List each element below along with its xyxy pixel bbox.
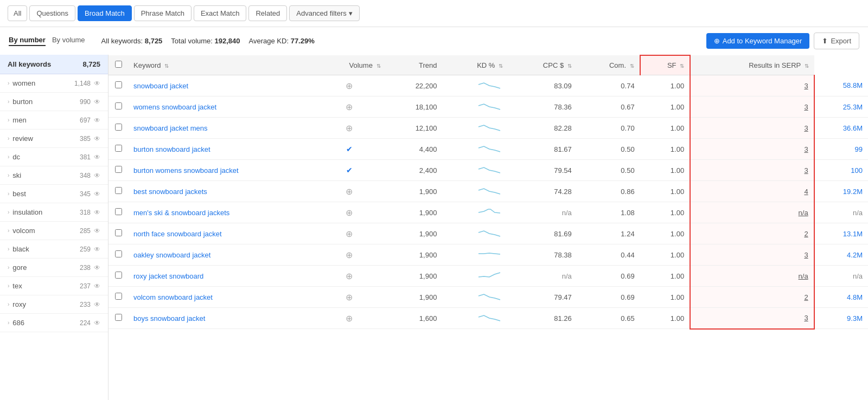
- keyword-link[interactable]: snowboard jacket: [133, 82, 188, 90]
- add-keyword-icon[interactable]: ⊕: [346, 250, 353, 260]
- eye-icon[interactable]: 👁: [94, 80, 100, 87]
- keyword-header[interactable]: Keyword ⇅: [128, 55, 312, 75]
- results-link[interactable]: 99: [855, 145, 863, 153]
- eye-icon[interactable]: 👁: [94, 98, 100, 106]
- row-checkbox[interactable]: [115, 314, 122, 321]
- row-checkbox[interactable]: [115, 208, 122, 215]
- sort-by-volume[interactable]: By volume: [52, 36, 85, 46]
- add-keyword-icon[interactable]: ⊕: [346, 229, 353, 238]
- results-link[interactable]: 13.1M: [843, 230, 863, 238]
- sf-value[interactable]: 4: [804, 188, 808, 196]
- results-link[interactable]: 19.2M: [843, 188, 863, 196]
- eye-icon[interactable]: 👁: [94, 301, 100, 308]
- results-link[interactable]: 4.2M: [847, 251, 863, 259]
- eye-icon[interactable]: 👁: [94, 190, 100, 198]
- results-link[interactable]: 58.8M: [843, 81, 863, 89]
- select-all-checkbox[interactable]: [115, 61, 122, 68]
- filter-broad-match-button[interactable]: Broad Match: [78, 5, 132, 21]
- eye-icon[interactable]: 👁: [94, 117, 100, 124]
- filter-phrase-match-button[interactable]: Phrase Match: [134, 5, 192, 21]
- sidebar-item[interactable]: › tex 237 👁: [0, 277, 108, 295]
- row-checkbox[interactable]: [115, 187, 122, 194]
- sidebar-item[interactable]: › men 697 👁: [0, 111, 108, 130]
- row-checkbox[interactable]: [115, 293, 122, 300]
- add-keyword-icon[interactable]: ⊕: [346, 102, 353, 112]
- keyword-link[interactable]: best snowboard jackets: [133, 188, 207, 196]
- row-checkbox[interactable]: [115, 81, 122, 88]
- keyword-link[interactable]: north face snowboard jacket: [133, 230, 222, 238]
- row-checkbox[interactable]: [115, 166, 122, 173]
- add-keyword-icon[interactable]: ⊕: [346, 124, 353, 133]
- sf-value[interactable]: 3: [804, 124, 808, 132]
- sf-value[interactable]: 2: [804, 293, 808, 301]
- keyword-link[interactable]: boys snowboard jacket: [133, 314, 205, 322]
- sidebar-item[interactable]: › volcom 285 👁: [0, 222, 108, 240]
- sf-value[interactable]: 2: [804, 230, 808, 238]
- add-to-keyword-manager-button[interactable]: ⊕ Add to Keyword Manager: [706, 33, 810, 49]
- add-keyword-icon[interactable]: ⊕: [346, 314, 353, 323]
- sf-header[interactable]: SF ⇅: [640, 55, 691, 75]
- sf-value[interactable]: 3: [804, 251, 808, 259]
- sidebar-item[interactable]: › black 259 👁: [0, 240, 108, 259]
- keyword-link[interactable]: roxy jacket snowboard: [133, 272, 203, 280]
- sidebar-item[interactable]: › women 1,148 👁: [0, 74, 108, 93]
- filter-all-button[interactable]: All: [8, 5, 27, 21]
- keyword-link[interactable]: womens snowboard jacket: [133, 103, 216, 111]
- row-checkbox[interactable]: [115, 272, 122, 279]
- row-checkbox[interactable]: [115, 145, 122, 152]
- eye-icon[interactable]: 👁: [94, 319, 100, 327]
- eye-icon[interactable]: 👁: [94, 246, 100, 253]
- keyword-link[interactable]: oakley snowboard jacket: [133, 251, 210, 259]
- keyword-link[interactable]: men's ski & snowboard jackets: [133, 209, 229, 217]
- results-link[interactable]: 4.8M: [847, 293, 863, 301]
- sf-value[interactable]: 3: [804, 145, 808, 153]
- eye-icon[interactable]: 👁: [94, 227, 100, 235]
- volume-header[interactable]: Volume ⇅: [312, 55, 386, 75]
- row-checkbox[interactable]: [115, 229, 122, 236]
- add-keyword-icon[interactable]: ⊕: [346, 293, 353, 302]
- results-link[interactable]: 25.3M: [843, 103, 863, 111]
- keyword-link[interactable]: burton snowboard jacket: [133, 145, 210, 153]
- keyword-link[interactable]: burton womens snowboard jacket: [133, 166, 239, 175]
- row-checkbox[interactable]: [115, 102, 122, 109]
- row-checkbox[interactable]: [115, 124, 122, 131]
- add-keyword-icon[interactable]: ⊕: [346, 187, 353, 196]
- sidebar-item[interactable]: › gore 238 👁: [0, 259, 108, 277]
- filter-questions-button[interactable]: Questions: [29, 5, 75, 21]
- kd-header[interactable]: KD % ⇅: [442, 55, 508, 75]
- sidebar-item[interactable]: › burton 990 👁: [0, 93, 108, 111]
- cpc-header[interactable]: CPC $ ⇅: [508, 55, 577, 75]
- eye-icon[interactable]: 👁: [94, 172, 100, 179]
- results-link[interactable]: 36.6M: [843, 124, 863, 132]
- results-link[interactable]: 9.3M: [847, 314, 863, 322]
- sort-by-number[interactable]: By number: [9, 36, 46, 46]
- add-keyword-icon[interactable]: ⊕: [346, 81, 353, 91]
- eye-icon[interactable]: 👁: [94, 135, 100, 143]
- add-keyword-icon[interactable]: ⊕: [346, 272, 353, 281]
- sf-value[interactable]: 3: [804, 166, 808, 175]
- com-header[interactable]: Com. ⇅: [577, 55, 640, 75]
- results-link[interactable]: 100: [851, 166, 863, 175]
- sf-value[interactable]: 3: [804, 103, 808, 111]
- sidebar-item[interactable]: › roxy 233 👁: [0, 295, 108, 314]
- eye-icon[interactable]: 👁: [94, 209, 100, 216]
- eye-icon[interactable]: 👁: [94, 264, 100, 272]
- eye-icon[interactable]: 👁: [94, 282, 100, 290]
- sidebar-item[interactable]: › ski 348 👁: [0, 166, 108, 185]
- sidebar-item[interactable]: › best 345 👁: [0, 185, 108, 203]
- keyword-link[interactable]: volcom snowboard jacket: [133, 293, 213, 301]
- sf-value[interactable]: 3: [804, 314, 808, 322]
- keyword-link[interactable]: snowboard jacket mens: [133, 124, 208, 132]
- sidebar-item[interactable]: › dc 381 👁: [0, 148, 108, 166]
- advanced-filters-button[interactable]: Advanced filters ▾: [289, 5, 360, 21]
- eye-icon[interactable]: 👁: [94, 153, 100, 161]
- export-button[interactable]: ⬆ Export: [814, 33, 859, 49]
- row-checkbox[interactable]: [115, 250, 122, 257]
- sidebar-item[interactable]: › 686 224 👁: [0, 314, 108, 332]
- results-header[interactable]: Results in SERP ⇅: [690, 55, 814, 75]
- filter-exact-match-button[interactable]: Exact Match: [194, 5, 247, 21]
- sidebar-item[interactable]: › review 385 👁: [0, 130, 108, 148]
- filter-related-button[interactable]: Related: [248, 5, 287, 21]
- add-keyword-icon[interactable]: ⊕: [346, 208, 353, 217]
- sidebar-item[interactable]: › insulation 318 👁: [0, 203, 108, 222]
